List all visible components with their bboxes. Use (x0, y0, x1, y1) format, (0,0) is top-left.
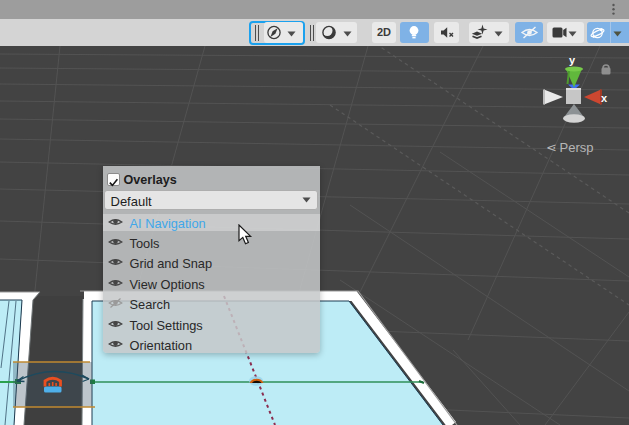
svg-text:y: y (569, 54, 576, 66)
svg-text:⋖ Persp: ⋖ Persp (546, 140, 593, 155)
svg-text:x: x (601, 92, 608, 104)
